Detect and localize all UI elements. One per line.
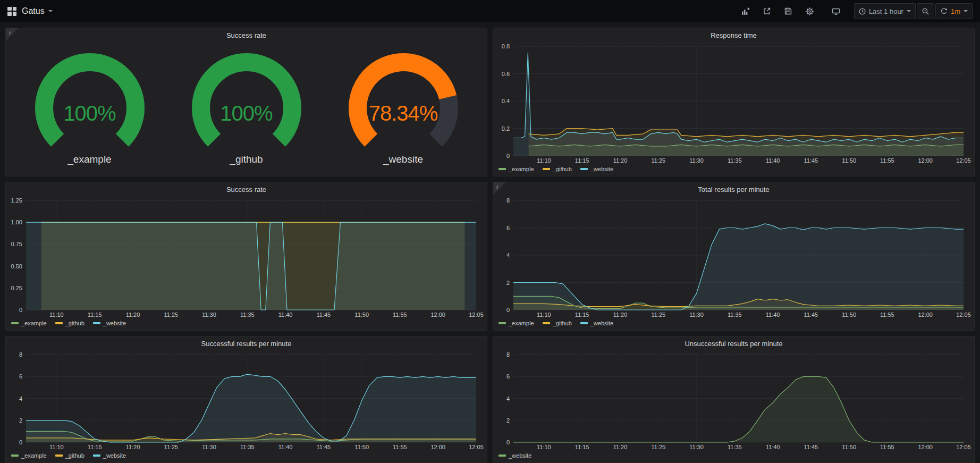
svg-text:11:25: 11:25 — [164, 444, 178, 450]
svg-text:11:35: 11:35 — [240, 312, 255, 318]
legend-label: _website — [590, 320, 613, 326]
add-panel-button[interactable] — [736, 3, 755, 19]
svg-text:4: 4 — [506, 395, 510, 402]
caret-down-icon — [907, 10, 911, 12]
chart-legend: _example_github_website — [6, 451, 487, 462]
refresh-button[interactable]: 1m — [935, 3, 973, 19]
legend-item-_example[interactable]: _example — [499, 166, 534, 172]
legend-item-_website[interactable]: _website — [93, 320, 126, 326]
svg-text:8: 8 — [506, 197, 510, 204]
legend-item-_website[interactable]: _website — [499, 452, 531, 459]
panel-success-rate-graph: Success rate 11:1011:1511:2011:2511:3011… — [5, 182, 487, 331]
svg-text:12:00: 12:00 — [430, 444, 445, 450]
save-button[interactable] — [779, 3, 797, 19]
svg-text:2: 2 — [506, 280, 510, 286]
svg-text:11:50: 11:50 — [842, 444, 856, 450]
svg-text:11:45: 11:45 — [804, 312, 818, 318]
top-navbar: Gatus — [0, 0, 980, 22]
time-range-button[interactable]: Last 1 hour — [854, 3, 916, 19]
svg-text:11:30: 11:30 — [689, 312, 704, 318]
svg-text:11:40: 11:40 — [766, 312, 780, 318]
legend-item-_example[interactable]: _example — [11, 452, 47, 459]
svg-text:0.8: 0.8 — [502, 43, 510, 49]
svg-text:0.25: 0.25 — [11, 285, 22, 291]
tv-mode-button[interactable] — [826, 3, 846, 19]
chart-legend: _website — [493, 451, 974, 462]
legend-item-_github[interactable]: _github — [55, 452, 85, 459]
svg-text:0: 0 — [506, 307, 510, 313]
chart-legend: _example_github_website — [493, 164, 974, 176]
gauge-value: 100% — [178, 102, 316, 125]
legend-label: _github — [65, 452, 85, 459]
legend-label: _example — [21, 320, 47, 326]
gauge-label: _github — [230, 154, 263, 165]
panel-info-icon[interactable]: i — [493, 182, 506, 195]
svg-text:0: 0 — [506, 439, 510, 445]
panel-title[interactable]: Total results per minute — [493, 182, 974, 196]
legend-item-_github[interactable]: _github — [543, 320, 572, 326]
panel-successful-results: Successful results per minute 11:1011:15… — [5, 336, 487, 463]
legend-item-_example[interactable]: _example — [11, 320, 47, 326]
successful-results-chart[interactable]: 11:1011:1511:2011:2511:3011:3511:4011:45… — [6, 350, 487, 451]
legend-swatch — [499, 168, 506, 170]
share-icon — [763, 7, 771, 15]
svg-text:12:00: 12:00 — [430, 312, 445, 318]
svg-text:8: 8 — [19, 351, 22, 358]
panel-info-icon[interactable]: i — [6, 28, 19, 41]
chart-legend: _example_github_website — [6, 318, 487, 330]
svg-text:11:30: 11:30 — [202, 444, 216, 450]
save-icon — [784, 7, 792, 15]
unsuccessful-results-chart[interactable]: 11:1011:1511:2011:2511:3011:3511:4011:45… — [493, 350, 974, 451]
svg-text:11:15: 11:15 — [88, 444, 102, 450]
svg-text:12:00: 12:00 — [918, 157, 933, 164]
legend-item-_example[interactable]: _example — [499, 320, 534, 326]
settings-button[interactable] — [800, 3, 819, 19]
settings-icon — [805, 7, 814, 16]
legend-label: _example — [509, 166, 534, 172]
dashboard-title-button[interactable]: Gatus — [22, 6, 53, 16]
zoom-out-button[interactable] — [917, 3, 934, 19]
legend-label: _website — [103, 452, 126, 459]
svg-text:11:20: 11:20 — [126, 444, 140, 450]
svg-text:12:05: 12:05 — [956, 157, 971, 164]
legend-swatch — [499, 454, 506, 457]
legend-item-_github[interactable]: _github — [55, 320, 85, 326]
svg-text:11:10: 11:10 — [537, 157, 551, 164]
gauge-example: 100% _example — [21, 53, 159, 165]
legend-label: _github — [65, 320, 85, 326]
svg-text:11:35: 11:35 — [728, 444, 742, 450]
svg-text:11:40: 11:40 — [766, 157, 780, 164]
clock-icon — [859, 8, 866, 15]
gauge-value: 78.34% — [334, 102, 472, 125]
legend-label: _github — [553, 166, 572, 172]
total-results-chart[interactable]: 11:1011:1511:2011:2511:3011:3511:4011:45… — [493, 196, 974, 318]
chart-grid: 11:1011:1511:2011:2511:3011:3511:4011:45… — [506, 351, 971, 450]
legend-item-_github[interactable]: _github — [543, 166, 572, 172]
apps-grid-icon[interactable] — [7, 7, 16, 16]
panel-title[interactable]: Success rate — [6, 28, 487, 42]
svg-text:0.75: 0.75 — [11, 241, 22, 247]
panel-title[interactable]: Success rate — [6, 182, 487, 196]
success-rate-chart[interactable]: 11:1011:1511:2011:2511:3011:3511:4011:45… — [6, 196, 487, 318]
legend-swatch — [93, 322, 100, 324]
legend-item-_website[interactable]: _website — [580, 320, 613, 326]
navbar-actions: Last 1 hour 1m — [736, 3, 973, 19]
response-time-chart[interactable]: 11:1011:1511:2011:2511:3011:3511:4011:45… — [493, 42, 974, 164]
svg-text:2: 2 — [506, 417, 510, 424]
legend-label: _website — [509, 452, 531, 459]
svg-text:11:55: 11:55 — [880, 157, 894, 164]
legend-label: _example — [509, 320, 534, 326]
svg-text:12:05: 12:05 — [956, 444, 971, 450]
dashboard-title: Gatus — [22, 6, 45, 16]
panel-title[interactable]: Successful results per minute — [6, 336, 487, 350]
svg-text:6: 6 — [19, 373, 22, 380]
legend-item-_website[interactable]: _website — [93, 452, 126, 459]
svg-text:11:45: 11:45 — [317, 312, 331, 318]
svg-text:11:55: 11:55 — [393, 444, 407, 450]
svg-text:12:00: 12:00 — [918, 312, 933, 318]
legend-item-_website[interactable]: _website — [580, 166, 613, 172]
gauge-label: _website — [383, 154, 423, 165]
share-button[interactable] — [758, 3, 776, 19]
panel-title[interactable]: Response time — [493, 28, 974, 42]
panel-title[interactable]: Unsuccessful results per minute — [493, 336, 974, 350]
